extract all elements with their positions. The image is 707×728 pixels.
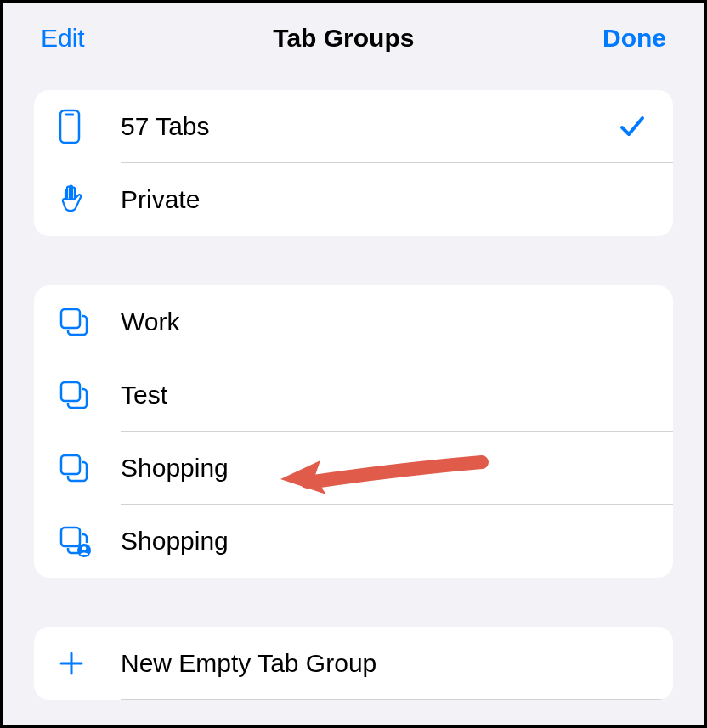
tab-group-row-private[interactable]: Private bbox=[34, 163, 673, 236]
tab-group-label: Shopping bbox=[99, 454, 649, 483]
checkmark-icon bbox=[615, 112, 649, 141]
svg-rect-4 bbox=[61, 455, 80, 474]
tab-group-label: Test bbox=[99, 381, 649, 409]
svg-rect-0 bbox=[60, 110, 79, 143]
tab-group-row-shopping[interactable]: Shopping bbox=[34, 432, 673, 505]
tab-group-label: 57 Tabs bbox=[99, 112, 615, 141]
new-empty-tab-group-button[interactable]: New Empty Tab Group bbox=[34, 627, 673, 700]
edit-button[interactable]: Edit bbox=[41, 24, 85, 53]
new-group-label: New Empty Tab Group bbox=[99, 649, 649, 678]
squares-icon bbox=[58, 452, 99, 484]
phone-icon bbox=[58, 109, 99, 144]
tab-group-row-alltabs[interactable]: 57 Tabs bbox=[34, 90, 673, 163]
header: Edit Tab Groups Done bbox=[3, 3, 704, 73]
section-custom-groups: Work Test Shopping bbox=[34, 285, 673, 578]
hand-icon bbox=[58, 183, 99, 217]
tab-group-label: Private bbox=[99, 185, 649, 214]
svg-rect-2 bbox=[61, 309, 80, 328]
tab-group-row-work[interactable]: Work bbox=[34, 285, 673, 358]
squares-person-icon bbox=[58, 524, 99, 558]
tab-group-label: Shopping bbox=[99, 527, 649, 556]
squares-icon bbox=[58, 379, 99, 411]
tab-group-row-shopping-shared[interactable]: Shopping bbox=[34, 505, 673, 578]
svg-rect-3 bbox=[61, 382, 80, 401]
plus-icon bbox=[58, 650, 99, 677]
done-button[interactable]: Done bbox=[602, 24, 666, 53]
squares-icon bbox=[58, 306, 99, 338]
section-default-groups: 57 Tabs Private bbox=[34, 90, 673, 236]
page-title: Tab Groups bbox=[273, 24, 414, 53]
svg-point-7 bbox=[82, 546, 87, 550]
svg-rect-5 bbox=[61, 528, 80, 546]
divider bbox=[121, 699, 673, 700]
tab-group-row-test[interactable]: Test bbox=[34, 358, 673, 432]
section-new-group: New Empty Tab Group bbox=[34, 627, 673, 700]
svg-point-6 bbox=[77, 544, 91, 557]
tab-group-label: Work bbox=[99, 308, 649, 336]
